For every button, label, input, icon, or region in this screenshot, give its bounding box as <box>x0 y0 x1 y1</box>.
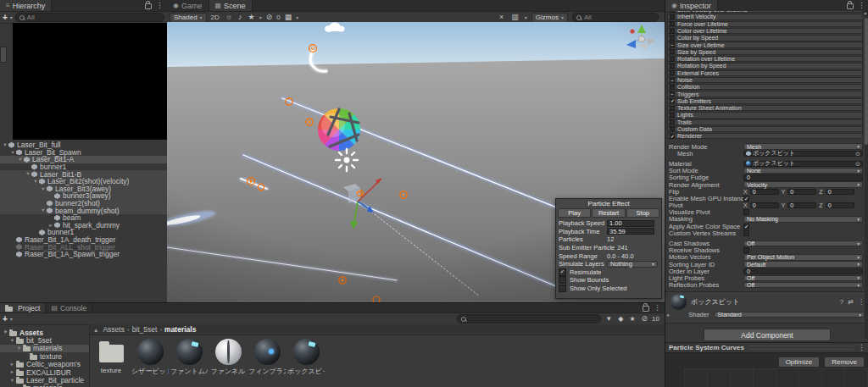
effects-dropdown-icon[interactable]: ▾ <box>259 15 262 20</box>
asset-item[interactable]: シザービット <box>134 339 166 387</box>
tab-game[interactable]: ◉Game <box>167 0 209 11</box>
checkbox[interactable] <box>559 276 566 284</box>
foldout-arrow[interactable]: ▾ <box>2 329 9 335</box>
asset-item[interactable]: フィンブラスター <box>251 339 283 387</box>
project-tree-item[interactable]: ▾Laser_Bit_particle <box>0 376 89 384</box>
tab-scene[interactable]: ▦Scene <box>209 0 253 11</box>
module-rotation-by-speed[interactable]: Rotation by Speed <box>667 63 863 69</box>
tab-inspector[interactable]: ◉ Inspector <box>665 0 718 11</box>
docked-panel-handle[interactable] <box>0 47 7 63</box>
presets-icon[interactable]: ⇄ <box>848 299 854 306</box>
create-button[interactable]: + <box>3 14 8 22</box>
module-checkbox[interactable] <box>670 11 675 13</box>
toggle-resimulate[interactable]: ✓Resimulate <box>556 268 661 277</box>
tab-project[interactable]: Project <box>0 303 46 312</box>
property-dropdown[interactable]: No Masking▾ <box>743 216 863 222</box>
property-checkbox[interactable] <box>743 230 749 236</box>
menu-kebab-icon[interactable]: ⋮ <box>858 299 865 306</box>
material-foldout-arrow[interactable]: ▸ <box>667 312 670 318</box>
module-checkbox[interactable] <box>670 29 675 34</box>
toggle-show-only-selected[interactable]: Show Only Selected <box>556 285 661 293</box>
foldout-arrow[interactable]: ▾ <box>17 157 24 163</box>
create-button[interactable]: + <box>3 315 8 323</box>
hierarchy-item[interactable]: ▸hit_spark_dummy <box>0 222 167 229</box>
module-lights[interactable]: Lights <box>667 112 863 118</box>
foldout-arrow[interactable]: ▸ <box>47 223 54 229</box>
module-triggers[interactable]: −Triggers <box>667 91 863 97</box>
axis-field[interactable]: 0 <box>750 189 779 195</box>
object-field[interactable]: ボックスビット⊙ <box>743 151 863 157</box>
asset-item[interactable]: ファントムバ... <box>173 339 205 387</box>
restart-button[interactable]: Restart <box>592 208 625 218</box>
play-button[interactable]: Play <box>558 208 591 218</box>
scrollbar-thumb[interactable] <box>865 18 868 145</box>
module-color-over-lifetime[interactable]: Color over Lifetime <box>667 28 863 34</box>
scene-canvas[interactable]: Particle Effect PlayRestartStop Playback… <box>167 22 665 302</box>
property-checkbox[interactable] <box>743 247 749 253</box>
property-checkbox[interactable]: ✓ <box>743 196 749 202</box>
property-dropdown[interactable]: Off▾ <box>743 275 863 281</box>
object-picker-icon[interactable]: ⊙ <box>855 161 860 167</box>
module-custom-data[interactable]: Custom Data <box>667 126 863 132</box>
menu-kebab-icon[interactable]: ⋮ <box>156 2 164 9</box>
asset-item[interactable]: ボックスビット <box>290 339 322 387</box>
project-tree-item[interactable]: ▾bit_5set <box>0 336 89 344</box>
menu-kebab-icon[interactable]: ⋮ <box>858 2 865 9</box>
foldout-arrow[interactable]: ▾ <box>40 207 47 213</box>
property-field[interactable]: 0 <box>743 174 863 180</box>
property-dropdown[interactable]: Default▾ <box>743 261 863 267</box>
gizmos-dropdown[interactable]: Gizmos ▾ <box>531 13 568 23</box>
drag-handle[interactable] <box>748 346 854 350</box>
module-size-over-lifetime[interactable]: −Size over Lifetime <box>667 41 863 47</box>
grid-toggle-icon[interactable]: ▦ <box>283 14 294 21</box>
module-texture-sheet-animation[interactable]: Texture Sheet Animation <box>667 105 863 111</box>
foldout-arrow[interactable]: ▾ <box>15 346 23 351</box>
module-checkbox[interactable] <box>670 57 675 62</box>
shader-dropdown[interactable]: Standard ▾ <box>714 312 865 318</box>
value-field[interactable]: 1.00 <box>607 220 654 227</box>
value-field[interactable]: 35.59 <box>607 228 654 235</box>
property-dropdown[interactable]: Off▾ <box>743 282 863 288</box>
module-inherit-velocity[interactable]: Inherit Velocity <box>667 14 863 19</box>
curves-grid[interactable] <box>684 368 868 387</box>
help-icon[interactable]: ? <box>840 299 843 306</box>
module-checkbox[interactable] <box>670 106 675 111</box>
module-renderer[interactable]: ✓Renderer <box>667 133 863 139</box>
remove-button[interactable]: Remove <box>824 357 865 368</box>
optimize-button[interactable]: Optimize <box>778 357 821 368</box>
module-noise[interactable]: −Noise <box>667 77 863 83</box>
module-collision[interactable]: Collision <box>667 84 863 90</box>
hierarchy-item[interactable]: bunner1 <box>0 163 167 171</box>
property-checkbox[interactable]: ✓ <box>743 224 749 229</box>
lock-icon[interactable] <box>643 306 649 312</box>
module-color-by-speed[interactable]: Color by Speed <box>667 35 863 41</box>
module-size-by-speed[interactable]: Size by Speed <box>667 49 863 55</box>
module-checkbox[interactable]: ✓ <box>670 98 675 103</box>
module-limit-velocity-over-lifetime[interactable]: Limit Velocity over Lifetime <box>667 11 863 13</box>
checkbox[interactable]: ✓ <box>559 268 566 276</box>
scroll-up-icon[interactable]: ▲ <box>863 11 868 15</box>
module-checkbox[interactable]: − <box>670 78 675 83</box>
hidden-count-icon[interactable]: ⊘ <box>640 315 650 323</box>
module-checkbox[interactable] <box>670 119 675 124</box>
breadcrumb-item[interactable]: Assets <box>103 325 125 334</box>
breadcrumb-item[interactable]: materials <box>164 325 196 334</box>
module-checkbox[interactable] <box>670 126 675 131</box>
project-tree-item[interactable]: ▾materials <box>0 345 89 352</box>
axis-field[interactable]: 0 <box>750 202 779 208</box>
foldout-arrow[interactable]: ▾ <box>40 186 47 192</box>
foldout-arrow[interactable]: ▾ <box>8 378 16 384</box>
hierarchy-item[interactable]: Raser_Bit_1A_Spawn_trigger <box>0 251 167 258</box>
grid-dropdown-icon[interactable]: ▾ <box>296 15 298 20</box>
toggle-show-bounds[interactable]: Show Bounds <box>556 276 661 285</box>
axis-field[interactable]: 0 <box>826 189 854 195</box>
property-dropdown[interactable]: Off▾ <box>743 240 863 246</box>
module-external-forces[interactable]: External Forces <box>667 70 863 76</box>
scene-search-input[interactable]: All <box>572 13 659 22</box>
object-field[interactable]: ボックスビット⊙ <box>743 161 863 167</box>
create-dropdown-icon[interactable]: ▾ <box>10 15 13 20</box>
inspector-scrollbar[interactable]: ▲ <box>865 12 868 339</box>
module-checkbox[interactable] <box>670 49 675 54</box>
property-dropdown[interactable]: None▾ <box>743 168 863 174</box>
module-checkbox[interactable] <box>670 14 675 19</box>
